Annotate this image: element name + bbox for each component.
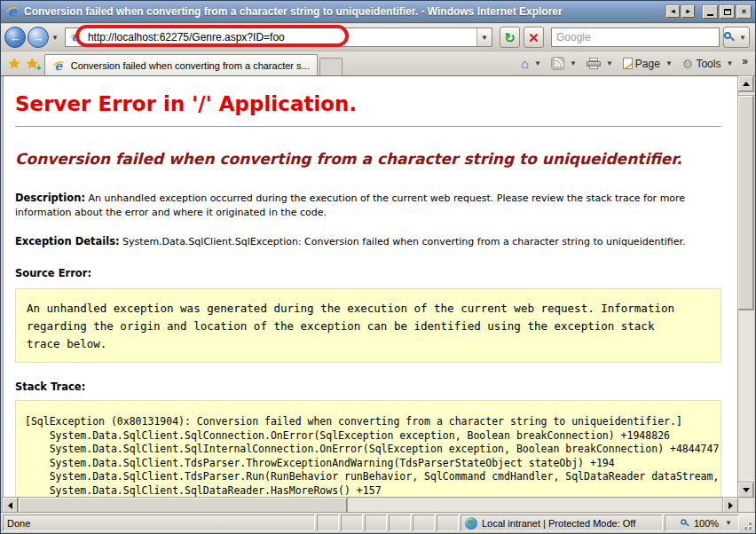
refresh-icon: ↻ — [504, 31, 516, 44]
add-favorite-icon[interactable]: ★+ — [26, 57, 38, 71]
search-icon — [724, 32, 735, 43]
address-dropdown-button[interactable]: ▼ — [476, 28, 492, 46]
page-icon — [623, 58, 633, 69]
close-button[interactable]: × — [736, 5, 752, 19]
status-cell-6 — [437, 514, 459, 531]
page-title: Server Error in '/' Application. — [15, 92, 721, 115]
stop-icon: ✕ — [528, 31, 539, 44]
navigation-bar: ← → ▼ e ▼ ↻ ✕ ▼ — [1, 24, 755, 51]
scroll-right-button[interactable] — [723, 498, 738, 513]
stack-trace-text: [SqlException (0x80131904): Conversion f… — [25, 415, 721, 498]
source-error-box: An unhandled exception was generated dur… — [15, 288, 721, 363]
status-cell-1 — [317, 514, 339, 531]
zoom-icon — [681, 519, 689, 528]
status-cell-2 — [341, 514, 363, 531]
address-input[interactable] — [88, 31, 476, 43]
stack-trace-label: Stack Trace: — [15, 381, 721, 393]
source-error-text: An unhandled exception was generated dur… — [27, 300, 690, 353]
search-box[interactable] — [551, 27, 720, 47]
page-menu-button[interactable]: Page▼ — [620, 56, 678, 72]
address-bar[interactable]: e ▼ — [65, 27, 492, 47]
tab-label: Conversion failed when converting from a… — [71, 60, 310, 71]
tools-menu-label: Tools — [696, 58, 721, 70]
security-zone-panel[interactable]: Local intranet | Protected Mode: Off — [461, 514, 663, 531]
status-text: Done — [7, 518, 30, 529]
forward-button[interactable]: → — [28, 27, 49, 48]
print-button[interactable]: ▼ — [584, 56, 618, 71]
internet-zone-globe-icon — [465, 517, 477, 530]
search-options-dropdown[interactable]: ▼ — [736, 34, 749, 42]
feeds-button[interactable]: ▼ — [548, 55, 582, 72]
exception-details-text: System.Data.SqlClient.SqlException: Conv… — [120, 236, 686, 247]
description-label: Description: — [15, 192, 85, 204]
status-bar: Done Local intranet | Protected Mode: Of… — [1, 512, 755, 533]
source-error-label: Source Error: — [15, 267, 721, 279]
security-zone-text: Local intranet | Protected Mode: Off — [482, 518, 635, 529]
title-bar: e Conversion failed when converting from… — [1, 1, 755, 23]
forward-arrow-icon: → — [33, 31, 44, 44]
stack-trace-box: [SqlException (0x80131904): Conversion f… — [15, 400, 721, 498]
tab-favicon: e — [52, 59, 65, 71]
search-input[interactable] — [552, 31, 719, 43]
vertical-scrollbar-thumb[interactable] — [738, 96, 753, 310]
titlebar-extra-button-2[interactable]: ▸ — [681, 5, 695, 18]
page-favicon: e — [70, 31, 83, 43]
divider — [15, 126, 721, 127]
horizontal-scrollbar[interactable] — [3, 498, 738, 513]
home-button[interactable]: ⌂▼ — [518, 55, 547, 72]
minimize-button[interactable] — [703, 5, 718, 19]
exception-details-paragraph: Exception Details: System.Data.SqlClient… — [15, 234, 721, 249]
new-tab-button[interactable] — [319, 58, 343, 75]
page-menu-label: Page — [635, 58, 660, 70]
browser-window: e Conversion failed when converting from… — [0, 0, 756, 534]
toolbar-overflow-chevron[interactable]: » — [740, 55, 750, 73]
refresh-button[interactable]: ↻ — [500, 27, 520, 48]
resize-grip[interactable] — [741, 514, 753, 531]
tab-active[interactable]: e Conversion failed when converting from… — [44, 54, 318, 75]
error-page: Server Error in '/' Application. Convers… — [3, 76, 738, 498]
history-dropdown-button[interactable]: ▼ — [49, 34, 61, 42]
scroll-up-button[interactable] — [738, 76, 753, 91]
tools-menu-button[interactable]: ⚙Tools▼ — [680, 56, 739, 72]
zoom-dropdown[interactable]: ▼ — [722, 519, 735, 527]
error-message-heading: Conversion failed when converting from a… — [15, 150, 721, 168]
description-text: An unhandled exception occurred during t… — [15, 192, 685, 218]
ie-logo-icon: e — [6, 4, 20, 19]
home-icon: ⌂ — [521, 57, 529, 70]
scroll-left-button[interactable] — [3, 498, 18, 513]
gear-icon: ⚙ — [682, 58, 694, 70]
status-cell-4 — [389, 514, 411, 531]
status-cell-3 — [365, 514, 387, 531]
back-arrow-icon: ← — [10, 31, 21, 44]
zoom-control[interactable]: 100% ▼ — [665, 514, 739, 531]
status-text-panel: Done — [3, 514, 315, 531]
maximize-button[interactable] — [720, 5, 735, 19]
back-button[interactable]: ← — [4, 27, 26, 48]
scroll-down-button[interactable] — [738, 483, 753, 498]
vertical-scrollbar[interactable] — [738, 76, 753, 498]
status-cell-5 — [413, 514, 435, 531]
horizontal-scrollbar-thumb[interactable] — [19, 498, 347, 513]
description-paragraph: Description: An unhandled exception occu… — [15, 191, 721, 220]
favorites-center-icon[interactable]: ★ — [8, 57, 20, 71]
printer-icon — [587, 58, 601, 69]
exception-details-label: Exception Details: — [15, 235, 120, 247]
tab-bar: ★ ★+ e Conversion failed when converting… — [1, 51, 755, 76]
rss-feed-icon — [551, 57, 564, 70]
window-title: Conversion failed when converting from a… — [24, 5, 666, 18]
browser-viewport: Server Error in '/' Application. Convers… — [1, 76, 755, 513]
titlebar-extra-button-1[interactable]: ◂ — [666, 5, 680, 18]
search-button[interactable]: ▼ — [723, 27, 750, 48]
zoom-level: 100% — [694, 518, 719, 529]
stop-button[interactable]: ✕ — [524, 27, 544, 48]
scrollbar-corner — [738, 498, 753, 513]
